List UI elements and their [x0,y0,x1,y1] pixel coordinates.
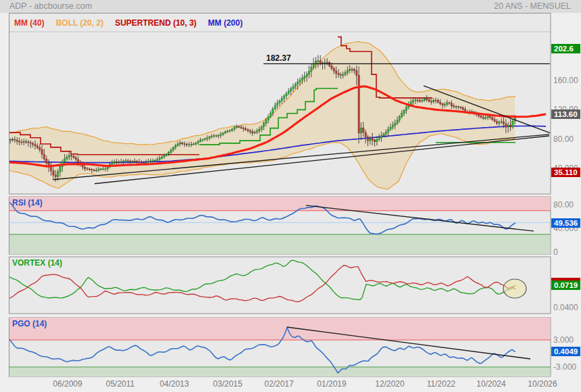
price-axis-label: 160.00 [553,76,578,85]
lowest-price-badge: 35.110 [551,168,580,177]
price-axis-label: 80.00 [553,134,574,144]
x-axis-label: 01/2019 [317,379,346,389]
legend-item-3: MM (200) [208,18,243,28]
legend-item-0: MM (40) [14,18,45,28]
x-axis-label: 06/2009 [53,379,82,389]
rsi-value-badge: 49.536 [551,218,580,228]
pgo-axis-label: 3.000 [553,335,574,345]
last-price-badge: 113.60 [551,109,580,119]
highest-price-badge: 202.6 [551,44,580,53]
pgo-axis-label: -3.000 [553,362,576,372]
x-axis-label: 10/2024 [476,379,505,389]
legend-item-2: SUPERTREND (10, 3) [115,18,197,28]
vortex-title: VORTEX (14) [12,258,62,268]
x-axis-label: 12/2020 [375,379,404,389]
rsi-axis-label: 0 [553,247,558,257]
rsi-axis-label: 80.00 [553,200,574,210]
x-axis-label: 05/2011 [106,379,135,389]
rsi-title: RSI (14) [12,198,43,207]
pgo-title: PGO (14) [12,319,47,328]
x-axis-label: 11/2022 [427,379,456,389]
price-annotation-label: 182.37 [265,53,298,64]
x-axis-label: 02/2017 [264,379,293,389]
vortex-value-badge: 0.0719 [551,280,580,290]
legend-item-1: BOLL (20, 2) [56,18,103,28]
vortex-axis-label: 0.0400 [553,303,578,312]
indicator-legend: MM (40)BOLL (20, 2)SUPERTREND (10, 3)MM … [9,14,550,31]
stock-chart-app: ADP - abcbourse.com 20 ANS - MENSUEL MM … [0,0,581,392]
x-axis-label: 04/2013 [159,379,188,389]
x-axis-label: 03/2015 [213,379,242,389]
pgo-value-badge: 0.4049 [551,347,580,356]
x-axis-label: 10/2026 [528,379,557,389]
